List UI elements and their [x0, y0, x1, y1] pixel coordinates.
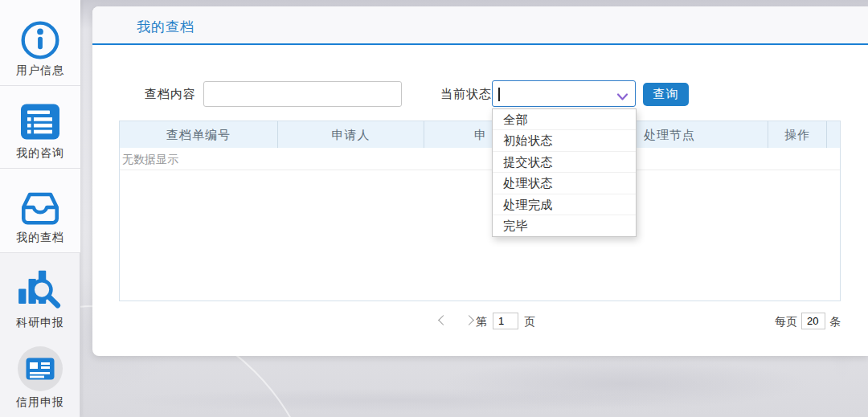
prev-page-icon[interactable] [438, 315, 448, 325]
sidebar-item-label: 科研申报 [0, 316, 80, 330]
sidebar-item-credit-apply[interactable]: 信用申报 [0, 337, 80, 417]
status-combobox[interactable] [492, 80, 636, 107]
text-cursor [498, 88, 500, 101]
page-prefix: 第 [476, 313, 487, 330]
sidebar-item-label: 用户信息 [0, 63, 80, 78]
sidebar-item-my-archive[interactable]: 我的查档 [0, 169, 80, 253]
sidebar-item-label: 我的查档 [0, 231, 80, 245]
dropdown-option-process-done[interactable]: 处理完成 [493, 194, 636, 215]
dropdown-option-submitted[interactable]: 提交状态 [493, 152, 636, 173]
column-header-archive-no: 查档单编号 [120, 121, 278, 148]
next-page-icon[interactable] [464, 315, 474, 325]
page-number-input[interactable] [493, 313, 518, 329]
dropdown-option-all[interactable]: 全部 [493, 109, 636, 130]
page-title: 我的查档 [137, 18, 194, 36]
dropdown-option-processing[interactable]: 处理状态 [493, 173, 636, 194]
search-content-label: 查档内容 [145, 81, 196, 107]
main-panel: 我的查档 查档内容 当前状态 查询 查档单编号 申请人 申 处理节点 操作 无数… [92, 6, 868, 356]
sidebar-item-research-apply[interactable]: 科研申报 [0, 253, 80, 337]
archive-inbox-icon [18, 187, 63, 231]
sidebar-item-label: 我的咨询 [0, 146, 80, 161]
status-dropdown-list: 全部 初始状态 提交状态 处理状态 处理完成 完毕 [492, 108, 637, 237]
research-chart-search-icon [16, 266, 64, 315]
info-icon [19, 19, 61, 64]
sidebar: 用户信息 我的咨询 我的查档 [0, 0, 80, 417]
sidebar-item-user-info[interactable]: 用户信息 [0, 0, 80, 86]
dropdown-option-initial[interactable]: 初始状态 [493, 130, 636, 151]
dropdown-option-finished[interactable]: 完毕 [493, 215, 636, 236]
per-page-input[interactable] [801, 313, 825, 329]
consult-list-icon [20, 103, 60, 144]
page-suffix: 页 [524, 313, 535, 330]
chevron-down-icon[interactable] [616, 90, 628, 104]
column-header-operation: 操作 [768, 121, 827, 148]
sidebar-item-label: 信用申报 [0, 395, 80, 410]
column-header-spacer [827, 121, 840, 148]
per-page-suffix: 条 [829, 313, 841, 330]
results-table: 查档单编号 申请人 申 处理节点 操作 无数据显示 [119, 121, 841, 301]
current-status-label: 当前状态 [440, 81, 492, 107]
credit-icon-circle [18, 346, 63, 391]
table-header-row: 查档单编号 申请人 申 处理节点 操作 [120, 121, 840, 148]
search-input[interactable] [203, 81, 402, 107]
query-button[interactable]: 查询 [643, 83, 689, 106]
column-header-applicant: 申请人 [278, 121, 424, 148]
per-page-prefix: 每页 [775, 313, 797, 330]
sidebar-item-my-consult[interactable]: 我的咨询 [0, 86, 80, 169]
tab-bar: 我的查档 [92, 6, 868, 45]
credit-card-icon [26, 358, 55, 380]
empty-data-message: 无数据显示 [120, 148, 840, 170]
